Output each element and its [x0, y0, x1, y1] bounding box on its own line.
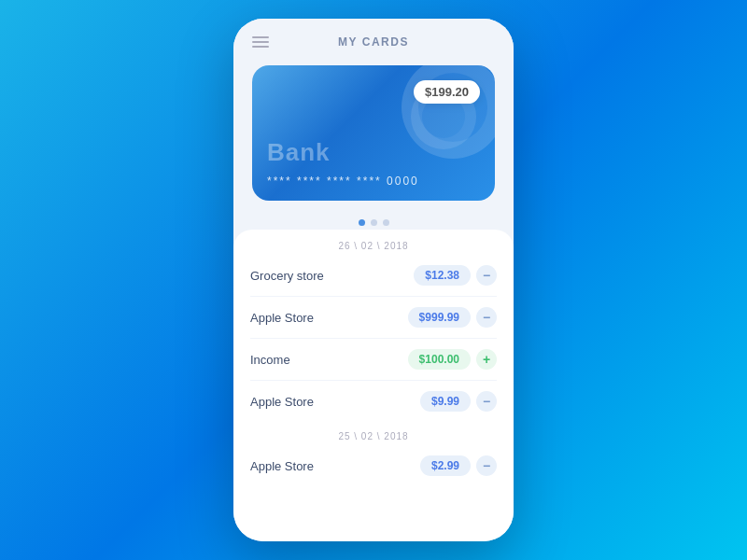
card-section: $199.20 Bank **** **** **** **** 0000 [233, 58, 514, 212]
transaction-name: Grocery store [250, 269, 324, 283]
transactions-section: 26 \ 02 \ 2018 Grocery store $12.38 − Ap… [233, 230, 514, 541]
transaction-name: Apple Store [250, 311, 314, 325]
menu-icon[interactable] [252, 36, 269, 48]
header-title: MY CARDS [338, 35, 409, 49]
plus-button[interactable]: + [476, 349, 497, 370]
transaction-row: Apple Store $2.99 − [233, 447, 514, 484]
transaction-right: $2.99 − [420, 455, 497, 476]
dot-3[interactable] [383, 219, 389, 226]
card-number: **** **** **** **** 0000 [267, 175, 419, 188]
minus-button[interactable]: − [476, 307, 497, 328]
amount-badge: $9.99 [420, 391, 471, 412]
transaction-row: Grocery store $12.38 − [233, 257, 514, 294]
date-label-2: 25 \ 02 \ 2018 [233, 420, 514, 447]
transaction-row: Apple Store $9.99 − [233, 383, 514, 420]
divider [250, 296, 497, 297]
minus-button[interactable]: − [476, 455, 497, 476]
dot-2[interactable] [371, 219, 377, 226]
dots-indicator [233, 219, 514, 226]
amount-badge: $100.00 [408, 349, 471, 370]
amount-badge: $12.38 [414, 265, 471, 286]
transaction-name: Income [250, 353, 290, 367]
transaction-right: $12.38 − [414, 265, 497, 286]
transaction-row: Income $100.00 + [233, 341, 514, 378]
transaction-row: Apple Store $999.99 − [233, 299, 514, 336]
divider [250, 338, 497, 339]
transaction-name: Apple Store [250, 395, 314, 409]
amount-badge: $999.99 [408, 307, 471, 328]
dot-1[interactable] [359, 219, 365, 226]
credit-card[interactable]: $199.20 Bank **** **** **** **** 0000 [252, 65, 495, 201]
card-decoration-2 [411, 84, 476, 149]
minus-button[interactable]: − [476, 265, 497, 286]
divider [250, 380, 497, 381]
card-bank-name: Bank [267, 138, 331, 167]
phone-container: MY CARDS $199.20 Bank **** **** **** ***… [233, 19, 514, 541]
minus-button[interactable]: − [476, 391, 497, 412]
transaction-right: $9.99 − [420, 391, 497, 412]
header: MY CARDS [233, 19, 514, 58]
transaction-name: Apple Store [250, 459, 314, 473]
date-label-1: 26 \ 02 \ 2018 [233, 230, 514, 257]
amount-badge: $2.99 [420, 455, 471, 476]
transaction-right: $999.99 − [408, 307, 497, 328]
transaction-right: $100.00 + [408, 349, 497, 370]
